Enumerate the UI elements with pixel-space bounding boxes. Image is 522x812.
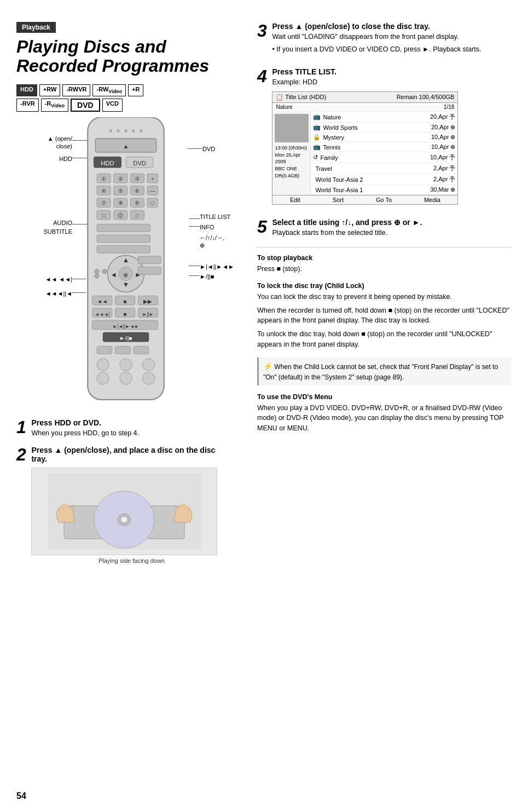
child-lock-section: To lock the disc tray (Child Lock) You c… xyxy=(257,282,511,350)
svg-point-2 xyxy=(117,129,120,133)
svg-point-77 xyxy=(120,358,132,370)
svg-text:⊕: ⊕ xyxy=(124,271,129,278)
step-5-num: 5 xyxy=(257,218,267,235)
svg-text:⓪: ⓪ xyxy=(118,212,123,218)
step-4-title: Press TITLE LIST. xyxy=(272,67,502,76)
svg-text:◄◄: ◄◄ xyxy=(97,298,107,304)
label-open-close: ▲ (open/close) xyxy=(38,135,72,151)
hdd-info-panel: 13:00 (0h30m)Mon 20,Apr 2009BBC ONEDR(0.… xyxy=(272,112,311,195)
label-play-controls: ►|◄||►◄► xyxy=(200,263,241,270)
divider-1 xyxy=(257,247,511,247)
step-1-body: When you press HDD, go to step 4. xyxy=(31,428,231,439)
svg-text:⑧: ⑧ xyxy=(118,200,123,206)
hdd-row-family: ↺Family 10,Apr 予 xyxy=(311,152,457,163)
svg-text:■: ■ xyxy=(124,298,127,304)
step-2-title: Press ▲ (open/close), and place a disc o… xyxy=(31,446,231,463)
hdd-footer-edit: Edit xyxy=(290,197,300,203)
svg-text:►|◄||►◄►: ►|◄||►◄► xyxy=(113,324,139,329)
svg-point-81 xyxy=(143,372,155,384)
page-number: 54 xyxy=(16,791,26,801)
badge-rwvr: -RWVR xyxy=(62,84,90,96)
hdd-row-worldtour1: World Tour-Asia 1 30,Mar ⊕ xyxy=(311,185,457,195)
hdd-row-date6: 2,Apr 予 xyxy=(433,164,455,172)
svg-rect-42 xyxy=(97,224,150,232)
hdd-col-label: Nature xyxy=(276,104,292,110)
stop-playback-body: Press ■ (stop). xyxy=(257,264,511,274)
svg-text:□: □ xyxy=(136,212,139,218)
note-body: When the Child Lock cannot be set, check… xyxy=(263,363,498,381)
svg-text:◄: ◄ xyxy=(110,270,117,278)
remote-svg: ▲ HDD DVD ① ② ③ + ④ ⑤ ⑥ xyxy=(77,117,175,407)
hdd-row-travel: Travel 2,Apr 予 xyxy=(311,163,457,174)
svg-text:►||►: ►||► xyxy=(142,311,154,316)
svg-text:⑤: ⑤ xyxy=(118,188,123,194)
label-info: INFO xyxy=(200,224,241,231)
badge-rwvideo: -RWVideo xyxy=(92,84,126,96)
badge-rw: +RW xyxy=(39,84,61,96)
svg-point-86 xyxy=(121,517,127,523)
hdd-screen: 📋 Title List (HDD) Remain 100,4/500GB Na… xyxy=(272,91,458,205)
svg-point-1 xyxy=(109,129,112,133)
svg-text:□: □ xyxy=(151,200,154,206)
svg-text:■: ■ xyxy=(124,310,127,316)
hdd-footer-goto: Go To xyxy=(376,197,392,203)
child-lock-body1: You can lock the disc tray to prevent it… xyxy=(257,292,511,302)
badge-hdd: HDD xyxy=(16,84,37,96)
child-lock-body3: To unlock the disc tray, hold down ■ (st… xyxy=(257,329,511,350)
step-4-content: Press TITLE LIST. Example: HDD 📋 Title L… xyxy=(272,67,502,210)
svg-rect-52 xyxy=(138,256,161,263)
step-1-num: 1 xyxy=(16,418,26,436)
svg-point-54 xyxy=(102,269,107,273)
svg-text:⑨: ⑨ xyxy=(135,200,140,206)
svg-rect-53 xyxy=(138,267,161,274)
hdd-row-date5: 10,Apr 予 xyxy=(430,153,455,162)
svg-text:④: ④ xyxy=(101,188,106,194)
hdd-title: 📋 Title List (HDD) xyxy=(276,94,326,101)
hdd-body: 13:00 (0h30m)Mon 20,Apr 2009BBC ONEDR(0.… xyxy=(272,112,457,195)
section-badge: Playback xyxy=(16,22,56,33)
step-5-body: Playback starts from the selected title. xyxy=(272,228,502,238)
svg-text:►/||■: ►/||■ xyxy=(119,335,132,341)
svg-rect-73 xyxy=(97,346,112,354)
label-arrows: ←/↑/↓/→,⊕ xyxy=(200,234,241,250)
svg-point-3 xyxy=(124,129,127,133)
step-3-num: 3 xyxy=(257,22,267,39)
step-5-content: Select a title using ↑/↓, and press ⊕ or… xyxy=(272,218,502,238)
bolt-icon: ⚡ xyxy=(263,362,272,371)
svg-text:▼: ▼ xyxy=(123,280,129,288)
svg-text:+: + xyxy=(151,175,154,181)
connector-info xyxy=(189,226,200,227)
svg-text:▶▶: ▶▶ xyxy=(143,298,152,304)
hdd-row-date2: 20,Apr ⊕ xyxy=(431,124,455,131)
left-column: Playback Playing Discs andRecorded Progr… xyxy=(0,11,252,801)
hdd-subheader: Nature 1/18 xyxy=(272,103,457,112)
step-3: 3 Press ▲ (open/close) to close the disc… xyxy=(257,22,511,56)
svg-point-78 xyxy=(143,358,155,370)
remote-diagram: ▲ (open/close) HDD AUDIOSUBTITLE ◄◄ ◄◄| … xyxy=(38,117,241,413)
stop-playback-section: To stop playback Press ■ (stop). xyxy=(257,254,511,274)
svg-text:HDD: HDD xyxy=(101,159,114,166)
step-4: 4 Press TITLE LIST. Example: HDD 📋 Title… xyxy=(257,67,511,210)
badge-row-1: HDD +RW -RWVR -RWVideo +R xyxy=(16,84,241,96)
badge-row-2: -RVR -RVideo DVD VCD xyxy=(16,99,241,112)
label-dvd: DVD xyxy=(202,146,241,152)
svg-text:③: ③ xyxy=(135,175,140,181)
dvd-menu-body: When you play a DVD VIDEO, DVD+RW, DVD+R… xyxy=(257,403,511,434)
svg-text:□: □ xyxy=(102,212,106,218)
svg-rect-74 xyxy=(115,346,130,354)
svg-text:①: ① xyxy=(101,175,106,181)
dvd-menu-section: To use the DVD's Menu When you play a DV… xyxy=(257,393,511,434)
hdd-row-left: 📺Nature xyxy=(313,113,341,121)
svg-rect-44 xyxy=(97,245,150,253)
badge-vcd: VCD xyxy=(102,99,123,112)
svg-text:▲: ▲ xyxy=(123,256,129,264)
step-4-num: 4 xyxy=(257,67,267,85)
svg-point-76 xyxy=(97,358,109,370)
step-2: 2 Press ▲ (open/close), and place a disc… xyxy=(16,446,241,569)
label-stop-play: ►/||■ xyxy=(200,273,241,280)
step-3-title: Press ▲ (open/close) to close the disc t… xyxy=(272,22,502,31)
child-lock-title: To lock the disc tray (Child Lock) xyxy=(257,282,511,290)
badge-r-plus: +R xyxy=(128,84,143,96)
page-title: Playing Discs andRecorded Programmes xyxy=(16,37,241,76)
dvd-menu-title: To use the DVD's Menu xyxy=(257,393,511,401)
